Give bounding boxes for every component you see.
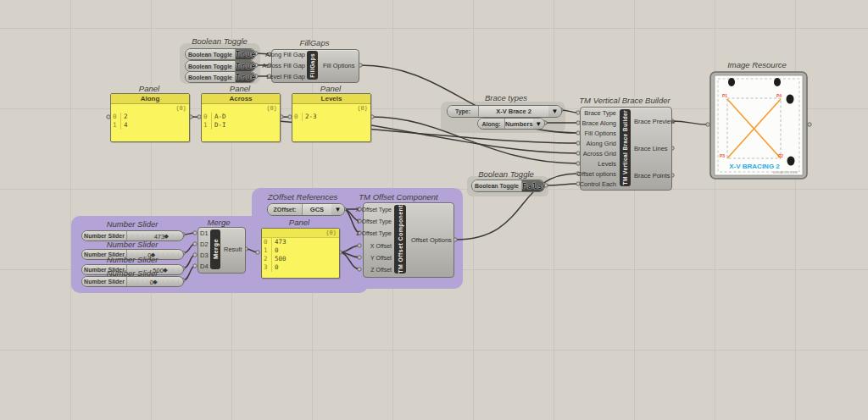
panel-row: 0 2	[111, 113, 189, 121]
panel-row: 0 473	[262, 238, 339, 246]
port-nub[interactable]	[358, 256, 361, 259]
input-port[interactable]: Y Offset	[370, 255, 392, 261]
point-label: P1	[722, 93, 727, 98]
port-nub[interactable]	[808, 123, 811, 126]
port-nub[interactable]	[358, 268, 361, 271]
input-port[interactable]: Fill Options	[584, 130, 616, 137]
panel-offsets[interactable]: {0} 0 473 1 0 2 500 3 0	[261, 228, 340, 279]
column-dot	[787, 157, 795, 166]
panel-row: 2 500	[262, 255, 339, 263]
dropdown-arrow-icon[interactable]: ▼	[548, 106, 561, 117]
input-port[interactable]: Across Grid	[583, 150, 616, 158]
output-port[interactable]: Brace Preview	[634, 118, 675, 125]
grasshopper-canvas[interactable]: Boolean Toggle Boolean Toggle True Boole…	[0, 0, 868, 420]
input-port[interactable]: Levels	[598, 160, 616, 168]
boolean-toggle-false[interactable]: Boolean Toggle False	[471, 180, 545, 192]
panel-row: 0 2-3	[292, 113, 370, 121]
input-port[interactable]: Offset options	[577, 170, 616, 178]
panel-title: Along	[111, 94, 189, 104]
boolean-toggle[interactable]: Boolean Toggle True	[185, 48, 256, 60]
toggle-value[interactable]: True	[236, 72, 256, 82]
panel-along[interactable]: Along {0} 0 2 1 4	[110, 93, 190, 142]
panel-across[interactable]: Across {0} 0 A-D 1 D-I	[201, 93, 281, 142]
component-label-merge: Merge	[208, 218, 231, 227]
port-nub[interactable]	[193, 242, 197, 246]
row-value: 473	[271, 238, 287, 246]
input-port[interactable]: Y Offset Type	[356, 218, 392, 224]
row-index: 1	[111, 121, 120, 130]
toggle-name: Boolean Toggle	[186, 72, 236, 82]
column-dot	[787, 95, 794, 104]
panel-path: {0}	[111, 104, 189, 113]
boolean-toggle[interactable]: Boolean Toggle True	[185, 71, 256, 83]
panel-row: 1 D-I	[202, 121, 280, 130]
output-port[interactable]: Offset Options	[411, 236, 452, 244]
panel-title: Levels	[292, 94, 370, 104]
toggle-value[interactable]: True	[236, 61, 256, 71]
slider-label: Number Slider	[107, 219, 159, 229]
dropdown-arrow-icon[interactable]: ▼	[533, 119, 544, 129]
input-port[interactable]: Level Fill Gap	[266, 73, 305, 80]
toggle-value[interactable]: False	[522, 180, 545, 191]
component-label-fillgaps: FillGaps	[300, 38, 330, 47]
port-nub[interactable]	[256, 251, 259, 254]
image-resource-component[interactable]: P1 P4 P3 P2 X-V BRACING 2 ELEVATION VIEW	[709, 71, 808, 180]
row-value: 4	[120, 121, 128, 130]
panel-title: Across	[202, 94, 280, 104]
output-port[interactable]: Brace Lines	[634, 145, 668, 152]
slider-label: Number Slider	[107, 255, 159, 264]
input-port[interactable]: X Offset Type	[356, 207, 392, 213]
dropdown-value[interactable]: X-V Brace 2	[479, 106, 548, 117]
row-index: 0	[202, 113, 211, 121]
along-dropdown[interactable]: Along: Numbers ▼	[477, 118, 545, 130]
panel-row: 1 0	[262, 246, 339, 255]
input-port[interactable]: Brace Along	[582, 119, 616, 127]
input-port[interactable]: D2	[200, 240, 209, 248]
input-port[interactable]: Across Fill Gap	[262, 62, 305, 69]
slider-grip-icon[interactable]: ◆	[163, 267, 167, 274]
dropdown-name: ZOffset:	[268, 204, 303, 215]
input-port[interactable]: Z Offset Type	[356, 230, 392, 236]
dropdown-value[interactable]: GCS	[303, 204, 331, 215]
zoffset-dropdown[interactable]: ZOffset: GCS ▼	[267, 203, 345, 216]
panel-label: Panel	[289, 218, 309, 227]
dropdown-arrow-icon[interactable]: ▼	[331, 204, 344, 215]
panel-path: {0}	[292, 104, 370, 113]
input-port[interactable]: Z Offset	[370, 267, 392, 273]
input-port[interactable]: Control Each	[580, 180, 616, 188]
type-dropdown[interactable]: Type: X-V Brace 2 ▼	[447, 105, 562, 118]
point-label: P3	[720, 153, 725, 158]
input-port[interactable]: Brace Type	[584, 109, 616, 117]
input-port[interactable]: D1	[200, 229, 209, 237]
input-port[interactable]: D4	[200, 262, 209, 270]
input-port[interactable]: Along Grid	[587, 140, 616, 147]
builder-name-band: TM Vertical Brace Builder	[620, 109, 631, 186]
slider-track[interactable]: 0 ◆	[127, 277, 183, 286]
panel-levels[interactable]: Levels {0} 0 2-3	[292, 93, 371, 142]
slider-grip-icon[interactable]: ◆	[164, 233, 168, 240]
toggle-value[interactable]: True	[236, 49, 256, 59]
toggle-name: Boolean Toggle	[472, 180, 522, 191]
slider-grip-icon[interactable]: ◆	[153, 279, 157, 285]
wire	[340, 246, 359, 252]
slider-name: Number Slider	[82, 277, 127, 286]
output-port[interactable]: Fill Options	[323, 62, 355, 69]
input-port[interactable]: D3	[200, 251, 209, 259]
tm-offset-name-band: TM Offset Component	[394, 205, 406, 274]
group-label-boolean-toggle: Boolean Toggle	[192, 36, 248, 46]
output-port[interactable]: Result	[224, 246, 242, 253]
input-port[interactable]: Along Fill Gap	[265, 51, 305, 58]
port-nub[interactable]	[358, 244, 361, 247]
panel-path: {0}	[202, 104, 280, 113]
input-port[interactable]: X Offset	[370, 243, 392, 249]
boolean-toggle[interactable]: Boolean Toggle True	[185, 60, 256, 72]
port-nub[interactable]	[193, 253, 197, 257]
component-label-builder: TM Vertical Brace Builder	[579, 96, 670, 105]
dropdown-value[interactable]: Numbers	[505, 119, 533, 129]
row-value: 0	[271, 246, 279, 255]
output-port[interactable]: Brace Points	[634, 172, 670, 180]
port-nub[interactable]	[193, 231, 197, 235]
port-nub[interactable]	[193, 264, 197, 268]
row-value: A-D	[211, 113, 226, 121]
row-value: 2-3	[302, 113, 317, 121]
